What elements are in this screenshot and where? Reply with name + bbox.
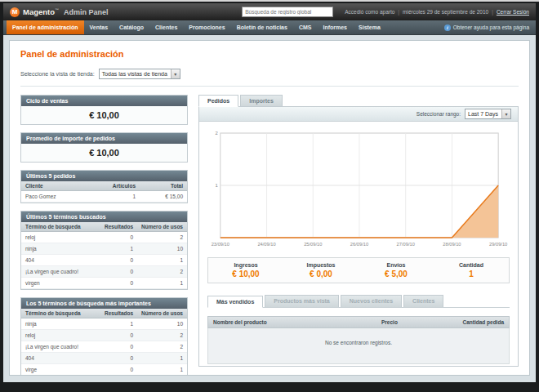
admin-page: M Magento™ Admin Panel Accedió como apar… bbox=[3, 3, 536, 382]
cell: 404 bbox=[21, 353, 100, 364]
tab-clientes[interactable]: Clientes bbox=[403, 295, 443, 307]
card-title: Los 5 términos de búsqueda más important… bbox=[21, 298, 187, 309]
nav-item-promotions[interactable]: Promociones bbox=[183, 20, 230, 34]
table-row[interactable]: ¡La virgen que cuadro! 0 2 bbox=[21, 266, 187, 278]
column-header: Cliente bbox=[21, 181, 107, 191]
page-title: Panel de administración bbox=[20, 49, 519, 59]
window-chrome: M Magento™ Admin Panel Accedió como apar… bbox=[0, 0, 539, 392]
table-row[interactable]: reloj 0 2 bbox=[21, 232, 187, 243]
store-view-label: Seleccione la vista de tienda: bbox=[20, 71, 95, 77]
tab-nuevos-clientes[interactable]: Nuevos clientes bbox=[341, 295, 402, 307]
nav-item-catalog[interactable]: Catálogo bbox=[114, 20, 149, 34]
nav-item-system[interactable]: Sistema bbox=[353, 20, 386, 34]
admin-header: M Magento™ Admin Panel Accedió como apar… bbox=[3, 3, 536, 20]
cell: 10 bbox=[137, 243, 187, 255]
chart-tabs: Pedidos Importes bbox=[198, 95, 519, 107]
column-header-price[interactable]: Precio bbox=[381, 319, 439, 325]
table-row[interactable]: reloj 0 2 bbox=[21, 330, 187, 341]
stat-label: Envíos bbox=[359, 262, 434, 268]
product-grid: Nombre del producto Precio Cantidad pedi… bbox=[207, 316, 510, 364]
dashboard: Ciclo de ventas € 10,00 Promedio de impo… bbox=[20, 95, 519, 367]
cell: ninja bbox=[21, 318, 100, 330]
cell: 0 bbox=[100, 353, 137, 364]
cell: reloj bbox=[21, 232, 100, 243]
global-search-input[interactable] bbox=[242, 7, 333, 17]
tab-importes[interactable]: Importes bbox=[240, 95, 283, 107]
chevron-down-icon: ▾ bbox=[171, 69, 180, 78]
card-title: Promedio de importe de pedidos bbox=[21, 133, 187, 144]
stat-revenue: Ingresos € 10,00 bbox=[208, 262, 283, 278]
logo-text: Magento™ bbox=[23, 7, 59, 16]
cell: ninja bbox=[21, 243, 100, 255]
table-row[interactable]: ninja 1 10 bbox=[21, 318, 187, 330]
cell: 2 bbox=[137, 330, 187, 341]
cell: 2 bbox=[137, 232, 187, 243]
average-orders-card: Promedio de importe de pedidos € 10,00 bbox=[20, 132, 188, 163]
card-title: Ciclo de ventas bbox=[21, 96, 187, 106]
table-row[interactable]: Paco Gomez 1 € 15,00 bbox=[21, 191, 187, 203]
range-selected: Last 7 Days bbox=[468, 111, 498, 117]
cell: reloj bbox=[21, 330, 100, 341]
trademark-mark: ™ bbox=[55, 7, 59, 12]
store-view-selected: Todas las vistas de tienda bbox=[102, 71, 167, 77]
svg-text:28/09/10: 28/09/10 bbox=[443, 242, 461, 247]
column-header: Resultados bbox=[100, 222, 137, 232]
table-row[interactable]: ¡La virgen que cuadro! 0 2 bbox=[21, 341, 187, 353]
tab-productos-mas-vistos[interactable]: Productos más vista bbox=[265, 295, 338, 307]
nav-item-dashboard[interactable]: Panel de administración bbox=[7, 20, 84, 34]
help-link[interactable]: i Obtener ayuda para esta página bbox=[444, 20, 532, 34]
magento-logo-icon: M bbox=[10, 7, 20, 17]
dashboard-right-column: Pedidos Importes Seleccionar rango: Last… bbox=[198, 95, 519, 367]
table-row[interactable]: virgen 0 1 bbox=[21, 278, 187, 289]
nav-item-newsletter[interactable]: Boletín de noticias bbox=[231, 20, 293, 34]
totals-bar: Ingresos € 10,00 Impuestos € 0,00 Envíos… bbox=[207, 257, 510, 283]
column-header-quantity[interactable]: Cantidad pedida bbox=[439, 319, 504, 325]
cell: 0 bbox=[100, 232, 137, 243]
svg-text:2: 2 bbox=[216, 131, 219, 136]
help-icon: i bbox=[444, 24, 451, 31]
cell: 1 bbox=[137, 364, 187, 376]
stat-label: Ingresos bbox=[208, 262, 283, 268]
date-range-select[interactable]: Last 7 Days ▾ bbox=[465, 109, 511, 119]
separator: | bbox=[398, 9, 399, 15]
last-5-orders-card: Últimos 5 pedidos Cliente Artículos Tota… bbox=[20, 170, 188, 203]
cell: 1 bbox=[137, 278, 187, 289]
cell: virge bbox=[21, 364, 100, 376]
stat-label: Cantidad bbox=[434, 262, 509, 268]
table-row[interactable]: 404 0 1 bbox=[21, 353, 187, 364]
table-row[interactable]: virge 0 1 bbox=[21, 364, 187, 376]
current-date: miércoles 29 de septiembre de 2010 bbox=[403, 9, 488, 15]
magento-logo: M Magento™ Admin Panel bbox=[10, 7, 109, 17]
logout-link[interactable]: Cerrar Sesión bbox=[497, 9, 529, 15]
svg-text:26/09/10: 26/09/10 bbox=[350, 242, 368, 247]
cell: 0 bbox=[100, 255, 137, 266]
store-view-select[interactable]: Todas las vistas de tienda ▾ bbox=[99, 69, 180, 79]
admin-panel-title: Admin Panel bbox=[64, 8, 109, 16]
table-row[interactable]: 404 0 1 bbox=[21, 255, 187, 266]
nav-item-customers[interactable]: Clientes bbox=[149, 20, 183, 34]
stat-shipping: Envíos € 5,00 bbox=[359, 262, 434, 278]
stat-tax: Impuestos € 0,00 bbox=[283, 262, 359, 278]
column-header-product[interactable]: Nombre del producto bbox=[213, 319, 381, 325]
nav-item-cms[interactable]: CMS bbox=[293, 20, 318, 34]
stat-value: € 0,00 bbox=[283, 270, 359, 278]
svg-text:25/09/10: 25/09/10 bbox=[304, 242, 322, 247]
top-5-search-terms-card: Los 5 términos de búsqueda más important… bbox=[20, 297, 188, 376]
cell: 0 bbox=[100, 330, 137, 341]
stat-label: Impuestos bbox=[283, 262, 359, 268]
stat-value: € 10,00 bbox=[208, 270, 283, 278]
help-link-label: Obtener ayuda para esta página bbox=[453, 24, 529, 30]
table-row[interactable]: ninja 1 10 bbox=[21, 243, 187, 255]
tab-pedidos[interactable]: Pedidos bbox=[198, 95, 238, 107]
range-bar: Seleccionar rango: Last 7 Days ▾ bbox=[199, 107, 518, 122]
content-panel: Panel de administración Seleccione la vi… bbox=[9, 40, 530, 376]
svg-text:1: 1 bbox=[216, 183, 219, 188]
nav-item-sales[interactable]: Ventas bbox=[84, 20, 114, 34]
average-order-value: € 10,00 bbox=[21, 144, 187, 162]
column-header: Resultados bbox=[100, 309, 137, 318]
cell: Paco Gomez bbox=[21, 191, 107, 203]
nav-item-reports[interactable]: Informes bbox=[317, 20, 353, 34]
tab-mas-vendidos[interactable]: Más vendidos bbox=[207, 296, 263, 308]
stat-value: € 5,00 bbox=[359, 270, 434, 278]
column-header: Término de búsqueda bbox=[21, 222, 100, 232]
